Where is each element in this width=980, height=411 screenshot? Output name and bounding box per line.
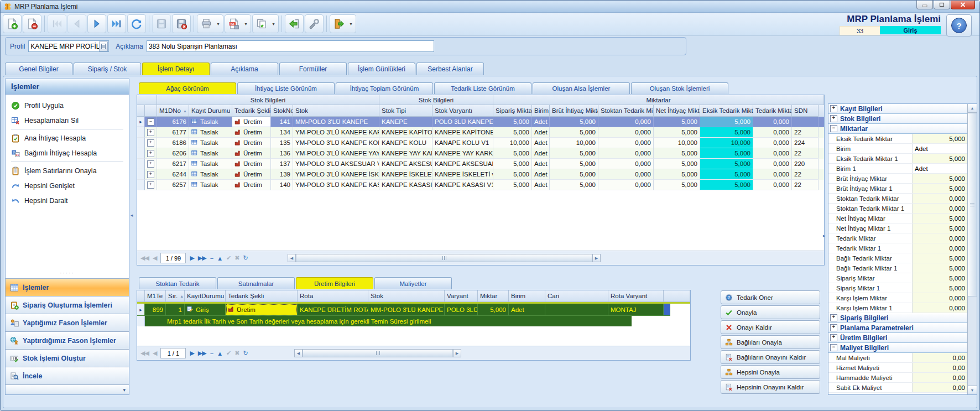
cell-m1te[interactable]: 899	[145, 304, 166, 316]
column-header[interactable]: Eksik Tedarik Miktar	[700, 105, 753, 117]
property-row[interactable]: Net İhtiyaç Miktar 15,000	[828, 223, 968, 233]
delete-row-nav-button[interactable]: −	[210, 350, 213, 357]
cell-stokno[interactable]: 135	[271, 138, 293, 148]
cell-brut[interactable]: 5,000	[550, 159, 598, 169]
refresh-rows-nav-button[interactable]: ↻	[243, 254, 248, 262]
cell-sdn[interactable]: 22	[792, 148, 819, 159]
cell-brut[interactable]: 5,000	[550, 180, 598, 190]
column-header[interactable]: Tedarik Şekli	[232, 105, 271, 117]
cell-stoktan[interactable]: 0,000	[598, 159, 654, 169]
cell-birim[interactable]: Adet	[532, 159, 550, 169]
property-value[interactable]: 5,000	[913, 223, 968, 233]
cell-net[interactable]: 5,000	[654, 117, 700, 127]
cell-tedarik[interactable]: 0,000	[753, 169, 792, 180]
scroll-down-icon[interactable]: ▼	[968, 386, 977, 394]
property-row[interactable]: Karşı İşlem Miktar 10,000	[828, 303, 968, 313]
last-record-nav-button[interactable]: ▶▶	[198, 350, 206, 357]
cell-tipi[interactable]: KANEPE KASASI	[379, 180, 432, 190]
cell-stok[interactable]: YM-POLO 3'LÜ KANEPE İSKELET	[293, 169, 379, 180]
cell-sdn[interactable]: 22	[792, 169, 819, 180]
property-section-7[interactable]: −Maliyet Bilgileri	[828, 343, 968, 353]
cell-siparis[interactable]: 5,000	[493, 159, 532, 169]
tab-main-2[interactable]: Sipariş / Stok	[74, 63, 141, 75]
column-header[interactable]: Varyant	[445, 290, 478, 302]
scroll-left-icon[interactable]: ◀	[295, 350, 303, 357]
add-record-button[interactable]	[3, 14, 22, 33]
hscroll-thumb[interactable]	[303, 350, 453, 357]
property-value[interactable]: 0,000	[913, 204, 968, 213]
property-value[interactable]: 0,000	[913, 233, 968, 243]
sidebar-action-6[interactable]: Hepsini Genişlet	[6, 178, 129, 193]
cell-stokno[interactable]: 134	[271, 127, 293, 138]
refresh-rows-nav-button[interactable]: ↻	[243, 350, 248, 357]
cell-siparis[interactable]: 5,000	[493, 180, 532, 190]
expand-cell[interactable]: +	[145, 169, 157, 180]
property-row[interactable]: Tedarik Miktar0,000	[828, 233, 968, 243]
cell-net[interactable]: 5,000	[654, 180, 700, 190]
cell-tipi[interactable]: KANEPE YAY KARKASI	[379, 148, 432, 159]
column-header[interactable]: Brüt İhtiyaç Miktar	[550, 105, 598, 117]
property-value[interactable]: 5,000	[913, 253, 968, 263]
cell-sekil[interactable]: Üretim	[232, 180, 271, 190]
cell-varyant[interactable]: KANEPE YAY KARKASI	[432, 148, 493, 159]
cell-net[interactable]: 10,000	[654, 138, 700, 148]
prev-record-button[interactable]	[67, 14, 86, 33]
property-value[interactable]: 0,000	[913, 243, 968, 253]
row-indicator[interactable]	[137, 159, 145, 169]
column-header[interactable]: Sır.▲	[166, 290, 185, 302]
prev-record-nav-button[interactable]: ◀	[153, 350, 157, 357]
column-header[interactable]: Tedarik Miktar	[753, 105, 792, 117]
cell-net[interactable]: 5,000	[654, 148, 700, 159]
property-value[interactable]: 5,000	[913, 273, 968, 283]
property-section-6[interactable]: +Üretim Bilgileri	[828, 333, 968, 343]
tab-view-2[interactable]: İhtiyaç Liste Görünüm	[237, 82, 335, 94]
expand-cell[interactable]: +	[145, 127, 157, 138]
refresh-button[interactable]	[127, 14, 146, 33]
property-row[interactable]: Birim 1Adet	[828, 164, 968, 174]
expand-icon[interactable]: +	[830, 314, 837, 321]
scroll-left-icon[interactable]: ◀	[288, 254, 296, 262]
cell-birim[interactable]: Adet	[532, 138, 550, 148]
expand-icon[interactable]: +	[830, 105, 837, 112]
tab-view-1[interactable]: Ağaç Görünüm	[139, 82, 236, 94]
expand-icon[interactable]: +	[830, 334, 837, 341]
cell-no[interactable]: 6217	[157, 159, 189, 169]
cell-eksik[interactable]: 5,000	[700, 117, 753, 127]
print-button[interactable]: ▾	[197, 14, 223, 33]
expand-icon[interactable]: +	[830, 115, 837, 122]
cell-siparis[interactable]: 10,000	[493, 138, 532, 148]
property-value[interactable]: 5,000	[913, 184, 968, 193]
copy-records-button[interactable]: ▾	[252, 14, 279, 33]
sidebar-nav-3[interactable]: Yaptığımız Fason İşlemler	[6, 314, 129, 331]
expand-cell[interactable]: +	[145, 138, 157, 148]
edit-row-nav-button[interactable]: ▲	[217, 350, 222, 357]
sidebar-nav-1[interactable]: İşlemler	[6, 278, 129, 296]
column-header[interactable]: Sipariş Miktar	[493, 105, 532, 117]
property-row[interactable]: Stoktan Tedarik Miktar0,000	[828, 194, 968, 204]
cell-birim[interactable]: Adet	[532, 180, 550, 190]
table-row[interactable]: ▸8991GirişÜretimKANEPE ÜRETİM ROTASIMM-P…	[137, 302, 690, 316]
property-value[interactable]: 5,000	[913, 154, 968, 163]
action-button-4[interactable]: Bağlıları Onayla	[721, 335, 820, 349]
property-value[interactable]: Adet	[913, 144, 968, 153]
cell-siparis[interactable]: 5,000	[493, 169, 532, 180]
tab-detail-1[interactable]: Stoktan Tedarik	[139, 277, 216, 289]
property-row[interactable]: Bağlı Tedarik Miktar5,000	[828, 253, 968, 263]
cell-stok[interactable]: YM-POLO 3'LÜ AKSESUAR VE PAKET	[293, 159, 379, 169]
cell-no[interactable]: 6206	[157, 148, 189, 159]
cell-stok[interactable]: MM-POLO 3'LÜ KANEPE	[293, 117, 379, 127]
action-button-1[interactable]: ?Tedarik Öner	[721, 290, 820, 304]
property-row[interactable]: Eksik Tedarik Miktar 15,000	[828, 154, 968, 164]
first-record-nav-button[interactable]: ◀◀	[140, 350, 149, 357]
property-value[interactable]: 0,000	[913, 194, 968, 203]
cell-stoktan[interactable]: 0,000	[598, 169, 654, 180]
sidebar-splitter-handle[interactable]: ·····	[6, 271, 129, 278]
property-value[interactable]: 0,00	[913, 373, 968, 382]
cell-brut[interactable]: 5,000	[550, 169, 598, 180]
cell-stokno[interactable]: 136	[271, 148, 293, 159]
action-button-6[interactable]: Hepsini Onayla	[721, 365, 820, 379]
property-row[interactable]: Bağlı Tedarik Miktar 15,000	[828, 263, 968, 273]
column-header[interactable]: M1Te	[145, 290, 166, 302]
property-row[interactable]: Sipariş Miktar 15,000	[828, 283, 968, 293]
vscroll-thumb[interactable]	[968, 113, 977, 296]
